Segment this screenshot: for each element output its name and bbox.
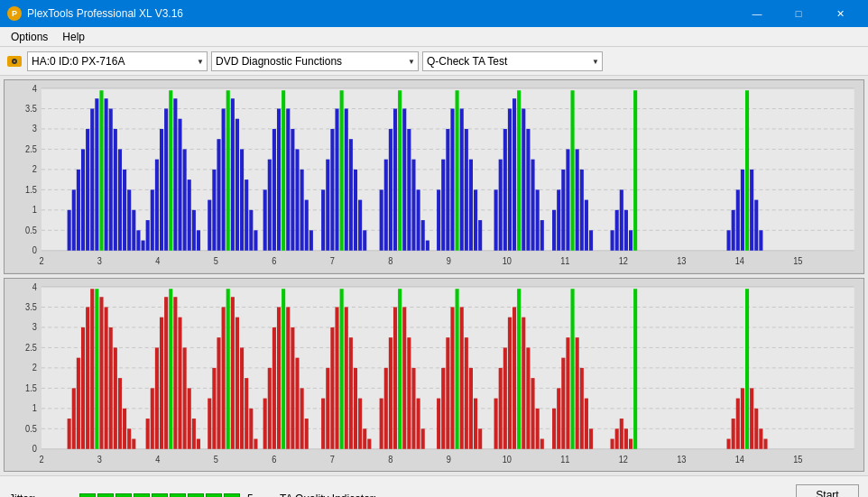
svg-rect-272 xyxy=(522,317,525,448)
menu-bar: Options Help xyxy=(0,27,868,47)
svg-rect-53 xyxy=(142,241,145,251)
svg-rect-65 xyxy=(197,230,200,250)
svg-rect-193 xyxy=(95,289,98,449)
svg-rect-206 xyxy=(164,297,168,449)
close-button[interactable]: ✕ xyxy=(819,0,861,27)
menu-options[interactable]: Options xyxy=(4,29,55,45)
svg-rect-143 xyxy=(629,230,633,250)
svg-rect-116 xyxy=(469,160,473,251)
svg-rect-291 xyxy=(633,289,637,449)
svg-rect-119 xyxy=(494,189,498,250)
svg-rect-107 xyxy=(421,220,425,251)
svg-rect-276 xyxy=(540,438,544,448)
svg-rect-228 xyxy=(277,307,281,448)
svg-rect-133 xyxy=(566,149,569,250)
function-select[interactable]: DVD Diagnostic Functions xyxy=(211,51,419,71)
svg-rect-95 xyxy=(354,170,357,251)
svg-rect-187 xyxy=(68,419,71,449)
svg-rect-77 xyxy=(263,189,267,250)
jitter-bar-2 xyxy=(97,493,114,498)
start-button[interactable]: Start xyxy=(796,484,859,498)
svg-rect-188 xyxy=(72,388,76,448)
svg-rect-109 xyxy=(437,189,440,250)
svg-text:3: 3 xyxy=(97,455,102,465)
svg-rect-293 xyxy=(732,419,735,449)
svg-rect-249 xyxy=(393,307,397,448)
svg-text:2: 2 xyxy=(39,256,43,266)
svg-text:3: 3 xyxy=(32,321,37,331)
svg-text:2.5: 2.5 xyxy=(25,342,37,352)
svg-rect-260 xyxy=(456,289,459,449)
svg-rect-104 xyxy=(407,129,411,251)
svg-rect-112 xyxy=(450,108,454,250)
svg-rect-189 xyxy=(77,357,80,448)
svg-rect-247 xyxy=(384,367,388,448)
svg-rect-137 xyxy=(585,200,588,251)
svg-rect-282 xyxy=(576,337,579,449)
svg-text:2: 2 xyxy=(32,362,37,372)
svg-text:3.5: 3.5 xyxy=(25,301,37,311)
svg-rect-59 xyxy=(169,90,172,251)
svg-rect-197 xyxy=(114,347,117,448)
svg-rect-238 xyxy=(335,307,338,448)
jitter-label: Jitter: xyxy=(9,492,72,498)
svg-rect-118 xyxy=(478,220,482,251)
jitter-bar-8 xyxy=(206,493,222,498)
svg-rect-91 xyxy=(335,108,338,250)
svg-rect-80 xyxy=(277,108,281,250)
svg-rect-226 xyxy=(268,367,272,448)
svg-rect-229 xyxy=(282,289,285,449)
toolbar: HA:0 ID:0 PX-716A DVD Diagnostic Functio… xyxy=(0,47,868,76)
info-middle: TA Quality Indicator: Excellent xyxy=(262,492,796,498)
svg-text:4: 4 xyxy=(155,256,161,266)
svg-rect-213 xyxy=(197,438,200,448)
app-title: PlexTools Professional XL V3.16 xyxy=(27,7,183,20)
svg-rect-79 xyxy=(272,129,276,251)
svg-rect-208 xyxy=(173,297,177,449)
svg-rect-192 xyxy=(90,289,94,449)
svg-text:9: 9 xyxy=(447,455,451,465)
minimize-button[interactable]: — xyxy=(736,0,778,27)
svg-text:3.5: 3.5 xyxy=(25,103,37,113)
svg-rect-201 xyxy=(132,438,135,448)
svg-rect-90 xyxy=(330,129,334,251)
drive-select[interactable]: HA:0 ID:0 PX-716A xyxy=(27,51,208,71)
svg-text:2: 2 xyxy=(39,455,43,465)
svg-rect-58 xyxy=(164,108,168,250)
svg-rect-230 xyxy=(286,307,290,448)
window-controls: — □ ✕ xyxy=(736,0,861,27)
svg-rect-69 xyxy=(222,108,226,250)
svg-rect-73 xyxy=(240,149,244,250)
svg-rect-280 xyxy=(566,337,569,449)
jitter-bar-9 xyxy=(224,493,240,498)
maximize-button[interactable]: □ xyxy=(778,0,819,27)
svg-rect-277 xyxy=(552,408,556,448)
svg-rect-144 xyxy=(633,90,637,251)
svg-rect-287 xyxy=(615,428,619,448)
svg-point-2 xyxy=(14,60,15,62)
svg-rect-74 xyxy=(245,179,248,251)
svg-rect-141 xyxy=(620,189,623,250)
svg-rect-194 xyxy=(99,297,103,449)
svg-rect-84 xyxy=(295,149,299,250)
jitter-value: 5 xyxy=(247,492,254,498)
svg-rect-285 xyxy=(589,428,593,448)
svg-rect-132 xyxy=(561,170,565,251)
svg-rect-236 xyxy=(326,367,329,448)
svg-rect-62 xyxy=(183,149,187,250)
jitter-bars xyxy=(79,493,240,498)
svg-rect-223 xyxy=(249,408,253,448)
svg-rect-294 xyxy=(736,398,740,448)
svg-rect-235 xyxy=(321,398,325,448)
svg-rect-281 xyxy=(571,289,575,449)
svg-rect-202 xyxy=(146,419,150,449)
svg-rect-274 xyxy=(531,378,534,449)
svg-rect-51 xyxy=(132,210,135,251)
svg-rect-146 xyxy=(732,210,735,251)
svg-rect-257 xyxy=(441,367,445,448)
ta-quality-label: TA Quality Indicator: xyxy=(280,492,796,498)
menu-help[interactable]: Help xyxy=(55,29,92,45)
svg-rect-298 xyxy=(754,408,758,448)
top-chart: 0 0.5 1 1.5 2 2.5 3 3.5 4 2 3 4 5 6 7 8 … xyxy=(4,79,864,274)
test-select[interactable]: Q-Check TA Test xyxy=(422,51,603,71)
